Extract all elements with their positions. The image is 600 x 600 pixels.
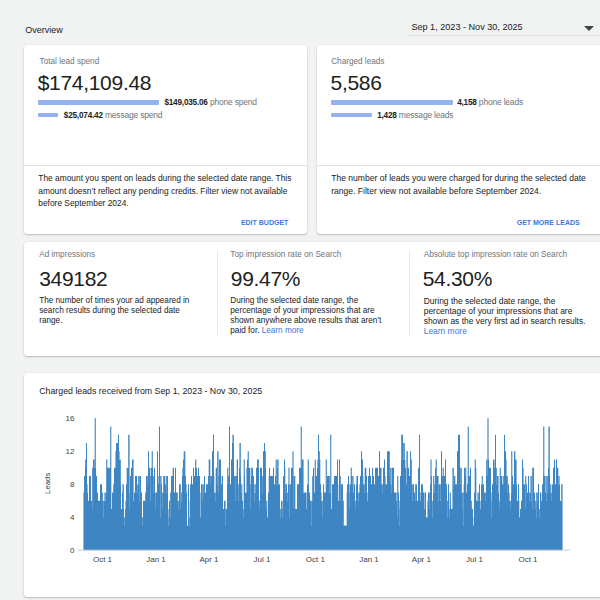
svg-text:Oct 1: Oct 1 <box>93 555 113 564</box>
svg-text:12: 12 <box>66 447 75 456</box>
svg-text:Jan 1: Jan 1 <box>146 555 166 564</box>
svg-text:4: 4 <box>70 513 75 522</box>
svg-text:Jul 1: Jul 1 <box>466 555 483 564</box>
svg-text:8: 8 <box>70 480 75 489</box>
svg-text:Jan 1: Jan 1 <box>359 555 379 564</box>
svg-text:16: 16 <box>66 414 75 423</box>
svg-text:Jul 1: Jul 1 <box>253 555 270 564</box>
svg-text:Apr 1: Apr 1 <box>199 555 219 564</box>
svg-text:Apr 1: Apr 1 <box>412 555 432 564</box>
svg-text:0: 0 <box>70 546 75 555</box>
svg-text:Oct 1: Oct 1 <box>518 555 538 564</box>
svg-text:Oct 1: Oct 1 <box>306 555 326 564</box>
svg-text:Leads: Leads <box>43 473 52 494</box>
